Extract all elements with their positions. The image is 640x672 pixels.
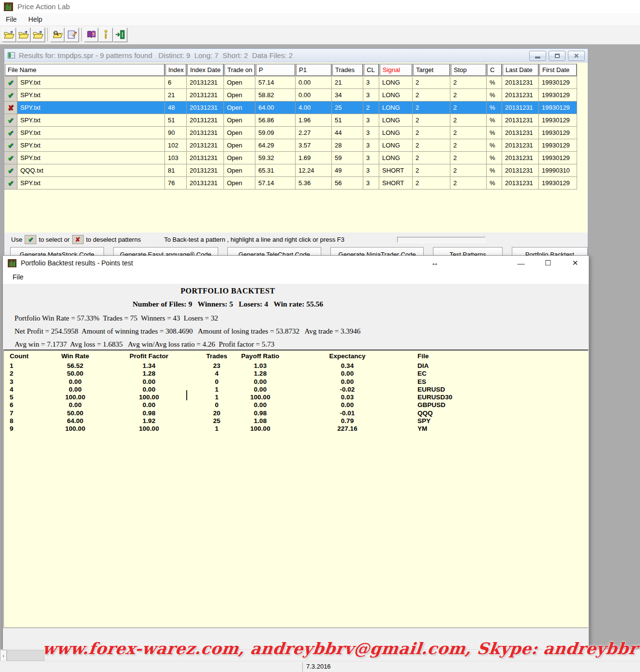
cell-target[interactable]: 2 [413, 164, 450, 177]
cell-last[interactable]: 20131231 [502, 127, 539, 139]
cell-first[interactable]: 19930129 [539, 76, 577, 89]
menu-file[interactable]: File [0, 14, 23, 25]
column-header-index-date[interactable]: Index Date [187, 63, 224, 76]
cell-idate[interactable]: 20131231 [187, 114, 224, 127]
cell-tradeon[interactable]: Open [224, 114, 255, 127]
cell-c[interactable]: % [487, 152, 502, 164]
cell-idate[interactable]: 20131231 [187, 152, 224, 164]
results-titlebar[interactable]: Results for: tmpdps.spr - 9 patterns fou… [4, 49, 588, 62]
column-header-last-date[interactable]: Last Date [502, 63, 539, 76]
table-row[interactable]: ✔SPY.txt620131231Open57.140.00213LONG22%… [4, 76, 577, 89]
cell-idate[interactable]: 20131231 [187, 89, 224, 102]
cell-c[interactable]: % [487, 177, 502, 190]
column-header-cl[interactable]: CL [363, 63, 379, 76]
cell-c[interactable]: % [487, 164, 502, 177]
cell-tradeon[interactable]: Open [224, 127, 255, 139]
cell-file-name[interactable]: ✔SPY.txt [4, 89, 165, 102]
cell-file-name[interactable]: ✔SPY.txt [4, 139, 165, 152]
cell-first[interactable]: 19990310 [539, 164, 577, 177]
cell-trades[interactable]: 25 [332, 102, 363, 114]
cell-p1[interactable]: 3.57 [296, 139, 332, 152]
cell-trades[interactable]: 59 [332, 152, 363, 164]
cell-first[interactable]: 19930129 [539, 152, 577, 164]
cell-signal[interactable]: SHORT [379, 177, 413, 190]
cell-stop[interactable]: 2 [450, 139, 487, 152]
cell-p[interactable]: 59.32 [255, 152, 296, 164]
cell-index[interactable]: 76 [165, 177, 187, 190]
cell-p[interactable]: 57.14 [255, 76, 296, 89]
cell-p[interactable]: 65.31 [255, 164, 296, 177]
cell-tradeon[interactable]: Open [224, 102, 255, 114]
cell-cl[interactable]: 3 [363, 114, 379, 127]
cell-stop[interactable]: 2 [450, 127, 487, 139]
column-header-target[interactable]: Target [413, 63, 450, 76]
scan-files-button[interactable] [50, 28, 64, 42]
cell-stop[interactable]: 2 [450, 76, 487, 89]
portfolio-table-row[interactable]: 864.001.92251.080.79SPY [4, 417, 588, 425]
cell-target[interactable]: 2 [413, 152, 450, 164]
cell-c[interactable]: % [487, 139, 502, 152]
cell-target[interactable]: 2 [413, 127, 450, 139]
cell-p1[interactable]: 12.24 [296, 164, 332, 177]
select-check-icon[interactable]: ✔ [4, 139, 17, 151]
cell-target[interactable]: 2 [413, 76, 450, 89]
cell-p[interactable]: 59.09 [255, 127, 296, 139]
cell-last[interactable]: 20131231 [502, 76, 539, 89]
portfolio-table-row[interactable]: 30.000.0000.000.00ES [4, 378, 588, 386]
cell-p[interactable]: 58.82 [255, 89, 296, 102]
cell-trades[interactable]: 34 [332, 89, 363, 102]
cell-idate[interactable]: 20131231 [187, 127, 224, 139]
cell-file-name[interactable]: ✔SPY.txt [4, 127, 165, 139]
cell-target[interactable]: 2 [413, 114, 450, 127]
cell-p[interactable]: 56.86 [255, 114, 296, 127]
cell-signal[interactable]: LONG [379, 127, 413, 139]
cell-c[interactable]: % [487, 102, 502, 114]
cell-file-name[interactable]: ✔SPY.txt [4, 152, 165, 164]
table-row[interactable]: ✔SPY.txt7620131231Open57.145.36563SHORT2… [4, 177, 577, 190]
cell-file-name[interactable]: ✔QQQ.txt [4, 164, 165, 177]
cell-p1[interactable]: 1.96 [296, 114, 332, 127]
portfolio-table-row[interactable]: 9100.00100.001100.00227.16YM [4, 425, 588, 433]
select-check-icon[interactable]: ✔ [4, 164, 17, 176]
column-header-first-date[interactable]: First Date [539, 63, 577, 76]
cell-p[interactable]: 57.14 [255, 177, 296, 190]
close-button[interactable]: ✕ [562, 256, 589, 270]
cell-idate[interactable]: 20131231 [187, 102, 224, 114]
scroll-left-arrow-icon[interactable]: ‹ [0, 650, 7, 661]
cell-c[interactable]: % [487, 114, 502, 127]
cell-stop[interactable]: 2 [450, 89, 487, 102]
cell-tradeon[interactable]: Open [224, 89, 255, 102]
cell-file-name[interactable]: ✔SPY.txt [4, 114, 165, 127]
cell-index[interactable]: 51 [165, 114, 187, 127]
cell-last[interactable]: 20131231 [502, 139, 539, 152]
table-row[interactable]: ✔SPY.txt5120131231Open56.861.96513LONG22… [4, 114, 577, 127]
cell-c[interactable]: % [487, 89, 502, 102]
cell-signal[interactable]: LONG [379, 102, 413, 114]
cell-p[interactable]: 64.29 [255, 139, 296, 152]
cell-last[interactable]: 20131231 [502, 152, 539, 164]
about-info-button[interactable] [99, 28, 113, 42]
column-header-index[interactable]: Index [165, 63, 187, 76]
open-results-button-3[interactable] [31, 28, 45, 42]
cell-p1[interactable]: 2.27 [296, 127, 332, 139]
portfolio-table-row[interactable]: 250.001.2841.280.00EC [4, 370, 588, 378]
cell-first[interactable]: 19930129 [539, 114, 577, 127]
cell-trades[interactable]: 21 [332, 76, 363, 89]
maximize-button[interactable]: ☐ [535, 256, 562, 270]
cell-c[interactable]: % [487, 76, 502, 89]
cell-last[interactable]: 20131231 [502, 114, 539, 127]
cell-p1[interactable]: 1.69 [296, 152, 332, 164]
cell-idate[interactable]: 20131231 [187, 177, 224, 190]
select-check-icon[interactable]: ✔ [4, 177, 17, 189]
cell-stop[interactable]: 2 [450, 152, 487, 164]
portfolio-table-row[interactable]: 40.000.0010.00-0.02EURUSD [4, 386, 588, 394]
cell-trades[interactable]: 56 [332, 177, 363, 190]
cell-trades[interactable]: 28 [332, 139, 363, 152]
cell-idate[interactable]: 20131231 [187, 164, 224, 177]
column-header-c[interactable]: C [487, 63, 502, 76]
column-header-file-name[interactable]: File Name [4, 63, 165, 76]
menu-help[interactable]: Help [23, 14, 48, 25]
portfolio-table-row[interactable]: 5100.00100.001100.000.03EURUSD30 [4, 394, 588, 401]
select-check-icon[interactable]: ✔ [4, 89, 17, 101]
cell-index[interactable]: 90 [165, 127, 187, 139]
